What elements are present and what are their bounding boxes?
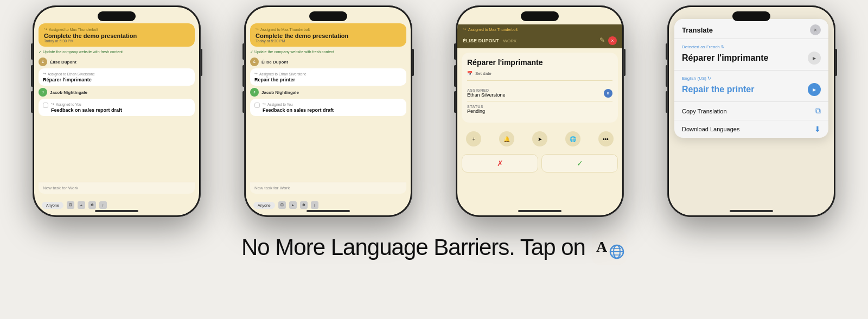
phone4-dynamic-island xyxy=(732,11,770,21)
translate-source-section: Detected as French ↻ Réparer l'imprimant… xyxy=(674,39,828,71)
phone4-side-btn-left xyxy=(666,43,667,60)
phone1-home-indicator xyxy=(95,210,138,212)
assigned-arrow-icon2: ↪ xyxy=(51,102,54,106)
phone1-task-header: ↪ Assigned to Max Thunderbolt Complete t… xyxy=(39,23,195,47)
phone1-screen: ↪ Assigned to Max Thunderbolt Complete t… xyxy=(34,7,199,215)
phone3-screen: ↪ Assigned to Max Thunderbolt ÉLISE DUPO… xyxy=(457,7,622,215)
phone1-container: ↪ Assigned to Max Thunderbolt Complete t… xyxy=(11,5,222,217)
phone3-bell-icon[interactable]: 🔔 xyxy=(499,131,514,146)
icon-letter-a: A xyxy=(596,238,608,255)
bottom-headline: No More Language Barriers. Tap on A xyxy=(241,230,627,265)
phone3-home-indicator xyxy=(518,210,561,212)
translate-result-play-btn[interactable]: ▶ xyxy=(808,83,821,96)
phone2-up-icon[interactable]: ↑ xyxy=(311,201,318,209)
phone3: ↪ Assigned to Max Thunderbolt ÉLISE DUPO… xyxy=(456,5,624,217)
phone1-section1-name: É Élise Dupont xyxy=(39,58,195,66)
translate-download-row[interactable]: Download Languages ⬇ xyxy=(674,120,828,138)
translate-copy-row[interactable]: Copy Translation ⧉ xyxy=(674,102,828,120)
calendar-icon: 📅 xyxy=(467,71,473,76)
phone3-status-value: Pending xyxy=(467,109,485,114)
phone3-share-icon[interactable]: ➤ xyxy=(532,131,547,146)
translate-result-section: English (US) ↻ Repair the printer ▶ xyxy=(674,71,828,102)
phone3-side-btn-left3 xyxy=(454,91,456,113)
phone1: ↪ Assigned to Max Thunderbolt Complete t… xyxy=(33,5,201,217)
phone1-avatar2: J xyxy=(39,88,47,97)
translate-download-label: Download Languages xyxy=(682,126,739,132)
phone3-assigned-row: ASSIGNED Ethan Silverstone E xyxy=(467,85,612,101)
translate-source-play-btn[interactable]: ▶ xyxy=(808,52,821,65)
phone1-task2-title: Feedback on sales report draft xyxy=(51,107,190,113)
phone3-more-icon[interactable]: ••• xyxy=(598,131,614,146)
translate-source-text: Réparer l'imprimante xyxy=(682,53,768,64)
phone1-expand-icon[interactable]: ⊕ xyxy=(88,201,96,209)
phone3-set-date[interactable]: 📅 Set date xyxy=(467,71,612,81)
phone2-task-time: Today at 5:30 PM xyxy=(256,39,401,43)
phone2-task2-assigned: ↪ Assigned to You xyxy=(263,102,402,106)
phone1-plus-icon[interactable]: + xyxy=(78,201,85,209)
arrow-icon: ↪ xyxy=(44,27,47,31)
phone3-assigned-to-icon: ↪ xyxy=(463,27,466,31)
phone4: Translate × Detected as French ↻ Réparer… xyxy=(667,5,835,217)
bottom-text-section: No More Language Barriers. Tap on A xyxy=(0,217,868,276)
phone2-screen: ↪ Assigned to Max Thunderbolt Complete t… xyxy=(246,7,411,215)
translate-copy-label: Copy Translation xyxy=(682,108,727,114)
assigned-arrow-icon: ↪ xyxy=(43,72,46,76)
translate-dialog: Translate × Detected as French ↻ Réparer… xyxy=(674,19,828,138)
phone3-status-col: STATUS Pending xyxy=(467,105,485,114)
phone2-expand-icon[interactable]: ⊕ xyxy=(300,201,308,209)
phone1-camera-icon[interactable]: ⊡ xyxy=(67,201,74,209)
phone3-title-bar: ÉLISE DUPONT WORK ✎ × xyxy=(457,34,622,48)
phone2-side-btn-right xyxy=(412,49,414,76)
phone2: ↪ Assigned to Max Thunderbolt Complete t… xyxy=(244,5,412,217)
phone3-side-btn-right xyxy=(624,49,626,76)
phone3-assigned-col: ASSIGNED Ethan Silverstone xyxy=(467,88,506,98)
phone2-avatar1: É xyxy=(250,58,259,66)
assigned-arrow-icon5: ↪ xyxy=(263,102,266,106)
phone1-anyone-btn[interactable]: Anyone xyxy=(42,202,63,209)
phone2-container: ↪ Assigned to Max Thunderbolt Complete t… xyxy=(222,5,434,217)
phone3-edit-icon[interactable]: ✎ xyxy=(599,36,605,45)
phone1-up-icon[interactable]: ↑ xyxy=(99,201,107,209)
phone3-tag: WORK xyxy=(503,39,517,43)
phone3-accept-btn[interactable]: ✓ xyxy=(541,154,618,173)
phone4-side-btn-right xyxy=(835,49,837,76)
translate-icon-inline: A xyxy=(592,230,627,265)
phone1-task2-row: ↪ Assigned to You Feedback on sales repo… xyxy=(43,102,190,113)
phone1-side-btn-left3 xyxy=(31,91,33,113)
phone2-task2-checkbox[interactable] xyxy=(254,103,260,108)
phone2-side-btn-left2 xyxy=(242,65,244,87)
phone2-task-title: Complete the demo presentation xyxy=(256,33,401,39)
phone3-translate-icon[interactable]: 🌐 xyxy=(565,131,580,146)
phone1-section2: J Jacob Nightingale ↪ Assigned to You xyxy=(39,88,195,116)
phone2-camera-icon[interactable]: ⊡ xyxy=(278,201,286,209)
phone3-reject-btn[interactable]: ✗ xyxy=(462,154,538,173)
translate-result-text: Repair the printer xyxy=(682,84,754,95)
phone1-new-task[interactable]: New task for Work xyxy=(39,182,195,194)
phone3-top-bar: ↪ Assigned to Max Thunderbolt xyxy=(457,24,622,34)
phone3-action-icons: + 🔔 ➤ 🌐 ••• xyxy=(457,127,622,151)
phone4-side-btn-left3 xyxy=(666,91,667,113)
phone2-anyone-btn[interactable]: Anyone xyxy=(253,202,275,209)
phone2-bottom-bar: Anyone ⊡ + ⊕ ↑ xyxy=(250,199,406,211)
phone2-plus-icon[interactable]: + xyxy=(289,201,297,209)
phone2-task1: ↪ Assigned to Ethan Silverstone Repair t… xyxy=(250,68,406,86)
phone1-side-btn-left xyxy=(31,43,33,60)
phone1-website-update: ✓ Update the company website with fresh … xyxy=(39,50,195,54)
phone2-section1: É Élise Dupont ↪ Assigned to Ethan Silve… xyxy=(250,58,406,86)
phone2-avatar2: J xyxy=(250,88,259,97)
phone1-task1: ↪ Assigned to Ethan Silverstone Réparer … xyxy=(39,68,195,86)
phone4-side-btn-left2 xyxy=(666,65,667,87)
translate-close-btn[interactable]: × xyxy=(810,24,821,35)
translate-copy-icon: ⧉ xyxy=(815,106,821,116)
phone3-add-icon[interactable]: + xyxy=(466,131,481,146)
phone2-new-task[interactable]: New task for Work xyxy=(250,182,406,194)
phone1-task-title: Complete the demo presentation xyxy=(44,33,189,39)
phone3-status-label: STATUS xyxy=(467,105,485,109)
phone1-task2-checkbox[interactable] xyxy=(43,103,48,108)
phone3-assigned-label: ASSIGNED xyxy=(467,88,506,92)
phone1-task2: ↪ Assigned to You Feedback on sales repo… xyxy=(39,99,195,116)
phone1-dynamic-island xyxy=(98,11,136,21)
phone3-close-icon[interactable]: × xyxy=(608,36,617,45)
phone1-assigned-label: ↪ Assigned to Max Thunderbolt xyxy=(44,27,189,31)
phone3-assigned-value: Ethan Silverstone xyxy=(467,92,506,98)
